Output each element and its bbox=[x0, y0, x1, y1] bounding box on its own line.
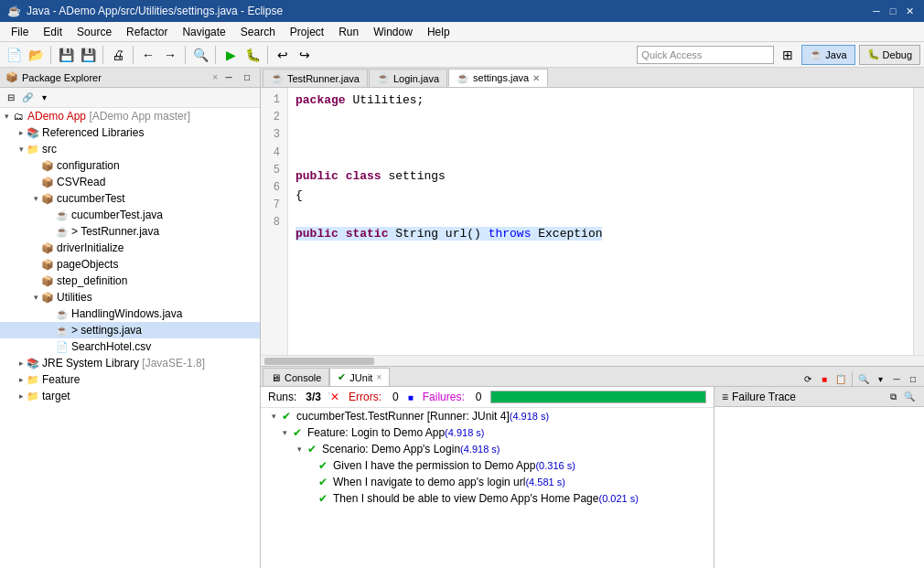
debug-perspective[interactable]: 🐛 Debug bbox=[859, 45, 920, 65]
maximize-button[interactable]: □ bbox=[886, 4, 900, 18]
save-button[interactable]: 💾 bbox=[56, 45, 76, 65]
menu-source[interactable]: Source bbox=[70, 24, 119, 40]
tree-item-testrunner[interactable]: ☕ > TestRunner.java bbox=[0, 223, 260, 240]
junit-item-when[interactable]: ✔ When I navigate to demo app's login ur… bbox=[261, 474, 714, 490]
tree-item-cucumbertest-java[interactable]: ☕ cucumberTest.java bbox=[0, 207, 260, 223]
editor-scrollbar-h-thumb[interactable] bbox=[264, 358, 374, 365]
junit-filter-button[interactable]: 🔍 bbox=[856, 371, 871, 386]
maximize-panel-button[interactable]: □ bbox=[240, 70, 254, 85]
junit-item-then[interactable]: ✔ Then I should be able to view Demo App… bbox=[261, 490, 714, 507]
tree-item-stepdef[interactable]: 📦 step_definition bbox=[0, 273, 260, 289]
tree-item-csvread[interactable]: 📦 CSVRead bbox=[0, 174, 260, 190]
tree-item-driver[interactable]: 📦 driverInitialize bbox=[0, 240, 260, 256]
junit-item-feature[interactable]: ▾ ✔ Feature: Login to Demo App (4.918 s) bbox=[261, 424, 714, 441]
tree-item-searchhotel[interactable]: 📄 SearchHotel.csv bbox=[0, 338, 260, 355]
maximize-bottom-button[interactable]: □ bbox=[906, 371, 920, 386]
link-editor-button[interactable]: 🔗 bbox=[20, 91, 35, 105]
failure-trace-header: ≡ Failure Trace ⧉ 🔍 bbox=[714, 387, 924, 407]
junit-item-scenario[interactable]: ▾ ✔ Scenario: Demo App's Login (4.918 s) bbox=[261, 441, 714, 457]
title-bar-controls[interactable]: ─ □ ✕ bbox=[869, 4, 917, 18]
menu-run[interactable]: Run bbox=[331, 24, 366, 40]
tree-label-ctj: cucumberTest.java bbox=[71, 209, 163, 221]
tree-item-cucumbertest[interactable]: ▾ 📦 cucumberTest bbox=[0, 190, 260, 207]
tree-item-project[interactable]: ▾ 🗂 ADemo App [ADemo App master] bbox=[0, 108, 260, 124]
junit-item-given[interactable]: ✔ Given I have the permission to Demo Ap… bbox=[261, 457, 714, 474]
open-button[interactable]: 📂 bbox=[26, 45, 46, 65]
tab-settings[interactable]: ☕ settings.java ✕ bbox=[448, 69, 548, 87]
junit-stop-button[interactable]: ■ bbox=[817, 371, 832, 386]
failure-trace-content bbox=[714, 407, 924, 568]
save-all-button[interactable]: 💾 bbox=[78, 45, 98, 65]
minimize-panel-button[interactable]: ─ bbox=[221, 70, 236, 85]
cucumbertest-icon: 📦 bbox=[40, 191, 55, 206]
ft-icon: 📁 bbox=[26, 372, 40, 387]
undo-button[interactable]: ↩ bbox=[273, 45, 293, 65]
collapse-all-button[interactable]: ⊟ bbox=[4, 91, 18, 105]
tree-item-configuration[interactable]: 📦 configuration bbox=[0, 157, 260, 174]
failure-trace-filter-button[interactable]: 🔍 bbox=[902, 390, 917, 404]
junit-time-feature: (4.918 s) bbox=[445, 427, 484, 438]
junit-tree[interactable]: ▾ ✔ cucumberTest.TestRunner [Runner: JUn… bbox=[261, 408, 714, 568]
tab-testrunner[interactable]: ☕ TestRunner.java bbox=[263, 69, 368, 87]
menu-navigate[interactable]: Navigate bbox=[175, 24, 232, 40]
tree-item-target[interactable]: ▸ 📁 target bbox=[0, 388, 260, 404]
menu-search[interactable]: Search bbox=[233, 24, 283, 40]
tree-item-referenced-libraries[interactable]: ▸ 📚 Referenced Libraries bbox=[0, 124, 260, 141]
tab-login[interactable]: ☕ Login.java bbox=[369, 69, 447, 87]
junit-toggle-scenario[interactable]: ▾ bbox=[297, 445, 302, 454]
tab-settings-close[interactable]: ✕ bbox=[532, 73, 540, 83]
progress-bar-container bbox=[490, 391, 706, 403]
menu-help[interactable]: Help bbox=[420, 24, 457, 40]
code-content[interactable]: package Utilities; public class settings… bbox=[288, 88, 913, 355]
failure-trace-panel: ≡ Failure Trace ⧉ 🔍 bbox=[714, 387, 924, 568]
tree-view: ▾ 🗂 ADemo App [ADemo App master] ▸ 📚 Ref… bbox=[0, 108, 260, 568]
junit-label-root: cucumberTest.TestRunner [Runner: JUnit 4… bbox=[296, 410, 510, 423]
junit-item-root[interactable]: ▾ ✔ cucumberTest.TestRunner [Runner: JUn… bbox=[261, 408, 714, 424]
tree-menu-button[interactable]: ▾ bbox=[37, 91, 51, 105]
tree-item-jre[interactable]: ▸ 📚 JRE System Library [JavaSE-1.8] bbox=[0, 355, 260, 371]
junit-menu-button[interactable]: ▾ bbox=[873, 371, 887, 386]
minimize-bottom-button[interactable]: ─ bbox=[889, 371, 904, 386]
failure-trace-copy-button[interactable]: ⧉ bbox=[886, 390, 900, 404]
next-edit-button[interactable]: → bbox=[160, 45, 180, 65]
new-button[interactable]: 📄 bbox=[4, 45, 24, 65]
tab-junit[interactable]: ✔ JUnit × bbox=[329, 368, 390, 386]
toolbar: 📄 📂 💾 💾 🖨 ← → 🔍 ▶ 🐛 ↩ ↪ Quick Access ⊞ ☕… bbox=[0, 42, 924, 68]
junit-toggle-feature[interactable]: ▾ bbox=[283, 428, 287, 437]
tree-item-src[interactable]: ▾ 📁 src bbox=[0, 141, 260, 157]
driver-icon: 📦 bbox=[40, 241, 55, 255]
tree-item-utilities[interactable]: ▾ 📦 Utilities bbox=[0, 289, 260, 305]
java-perspective-icon: ☕ bbox=[810, 48, 822, 60]
debug-button[interactable]: 🐛 bbox=[242, 45, 263, 65]
junit-toggle-root[interactable]: ▾ bbox=[272, 412, 276, 421]
search-button[interactable]: 🔍 bbox=[190, 45, 210, 65]
menu-file[interactable]: File bbox=[4, 24, 36, 40]
prev-edit-button[interactable]: ← bbox=[138, 45, 158, 65]
console-icon: 🖥 bbox=[271, 372, 281, 383]
run-button[interactable]: ▶ bbox=[220, 45, 241, 65]
junit-history-button[interactable]: 📋 bbox=[833, 371, 848, 386]
java-perspective[interactable]: ☕ Java bbox=[801, 45, 854, 65]
quick-access-input[interactable]: Quick Access bbox=[637, 46, 774, 64]
menu-project[interactable]: Project bbox=[283, 24, 331, 40]
editor-scrollbar-h[interactable] bbox=[261, 355, 924, 366]
tab-console[interactable]: 🖥 Console bbox=[263, 368, 329, 386]
junit-label-given: Given I have the permission to Demo App bbox=[333, 459, 535, 472]
junit-rerun-button[interactable]: ⟳ bbox=[800, 371, 815, 386]
menu-edit[interactable]: Edit bbox=[36, 24, 70, 40]
redo-button[interactable]: ↪ bbox=[295, 45, 315, 65]
tree-item-feature[interactable]: ▸ 📁 Feature bbox=[0, 371, 260, 388]
minimize-button[interactable]: ─ bbox=[869, 4, 884, 18]
close-button[interactable]: ✕ bbox=[902, 4, 917, 18]
menu-refactor[interactable]: Refactor bbox=[119, 24, 175, 40]
tree-item-settings[interactable]: ☕ > settings.java bbox=[0, 322, 260, 338]
menu-window[interactable]: Window bbox=[366, 24, 420, 40]
code-editor[interactable]: 1 2 3 4 5 6 7 8 package Utilities; publi… bbox=[261, 88, 924, 355]
tree-item-pageobjects[interactable]: 📦 pageObjects bbox=[0, 256, 260, 273]
layout-button[interactable]: ⊞ bbox=[778, 45, 798, 65]
print-button[interactable]: 🖨 bbox=[108, 45, 128, 65]
toolbar-sep-3 bbox=[133, 46, 134, 64]
tree-item-handling[interactable]: ☕ HandlingWindows.java bbox=[0, 305, 260, 322]
errors-value: 0 bbox=[392, 391, 399, 403]
editor-scrollbar-v[interactable] bbox=[913, 88, 924, 355]
